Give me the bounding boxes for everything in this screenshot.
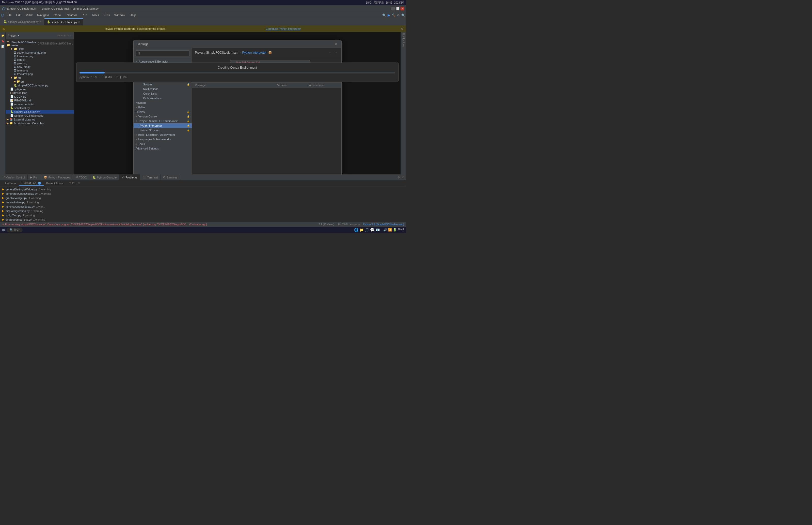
panel-close-icon[interactable]: ✕	[402, 176, 404, 179]
settings-search-input[interactable]	[136, 50, 190, 56]
tree-file-custcmd[interactable]: 🖼 customCommands.png	[5, 51, 74, 55]
subtab-problems[interactable]: Problems	[2, 181, 19, 185]
settings-item-languages[interactable]: ▶ Languages & Frameworks	[134, 137, 192, 141]
problem-item[interactable]: ▶ mainWindow.py 1 warning	[1, 200, 405, 205]
problem-item[interactable]: ▶ scriptTest.py 1 warning	[1, 213, 405, 217]
tab-close-studio[interactable]: ✕	[78, 20, 80, 24]
tree-file-newgif[interactable]: 🖼 new_gif.gif	[5, 65, 74, 69]
taskbar-app4[interactable]: 💬	[370, 228, 374, 232]
settings-item-notifications[interactable]: Notifications	[134, 87, 192, 91]
tree-file-requirements[interactable]: 📄 requirements.txt	[5, 102, 74, 106]
python-version[interactable]: Python 3.9 (SimpleFOCStudio-main)	[363, 223, 404, 226]
sort-problems-icon[interactable]: ↕	[75, 182, 77, 185]
settings-item-project[interactable]: ▼ Project: SimpleFOCStudio-main 🔒	[134, 119, 192, 123]
sort-icon[interactable]: ≡	[61, 34, 62, 37]
settings-item-python-interpreter[interactable]: Python Interpreter 🔒	[134, 123, 192, 128]
tree-file-device[interactable]: { } device.json	[5, 91, 74, 94]
tree-file-scripttest[interactable]: 🐍 scriptTest.py	[5, 106, 74, 110]
menu-help[interactable]: Help	[128, 13, 138, 17]
settings-icon[interactable]: ⚙	[397, 14, 400, 17]
expand-tree-icon[interactable]: ⊞	[69, 181, 71, 185]
taskbar-app3[interactable]: 🎵	[365, 228, 369, 232]
project-chevron[interactable]: ▾	[18, 34, 19, 37]
menu-file[interactable]: File	[4, 13, 14, 17]
settings-item-path-variables[interactable]: Path Variables	[134, 96, 192, 101]
tab-services[interactable]: ⚙ Services	[160, 175, 180, 180]
project-icon[interactable]: 📁	[0, 33, 5, 38]
menu-window[interactable]: Window	[112, 13, 127, 17]
bookmarks-icon[interactable]: 🔖	[0, 39, 5, 43]
close-panel-icon[interactable]: ✕	[70, 34, 72, 37]
menu-view[interactable]: View	[24, 13, 34, 17]
minimize-button[interactable]: —	[391, 7, 395, 11]
settings-item-build[interactable]: ▶ Build, Execution, Deployment	[134, 133, 192, 137]
tab-run[interactable]: ▶ Run	[28, 175, 41, 180]
search-box[interactable]: 🔍 搜索	[6, 227, 22, 232]
settings-item-plugins[interactable]: Plugins 🔒	[134, 109, 192, 114]
tab-close-connector[interactable]: ✕	[40, 20, 42, 23]
structure-icon[interactable]: 📊	[0, 44, 5, 49]
filter-problems-icon[interactable]: ▽	[78, 181, 80, 185]
settings-item-editor[interactable]: ▶ Editor	[134, 105, 192, 109]
problem-item[interactable]: ▶ generatedCodeDisplay.py 1 warning	[1, 192, 405, 196]
tab-problems[interactable]: ⚠ Problems	[119, 175, 140, 180]
tree-root[interactable]: ▼ 📁 SimpleFOCStudio-main D:\XTS\2023\Sim…	[5, 40, 74, 47]
tree-folder-src[interactable]: ▼ 📁 src	[5, 76, 74, 79]
notif-settings-icon[interactable]: ⚙	[401, 27, 404, 30]
tree-file-term[interactable]: 🖼 term.png	[5, 69, 74, 72]
tab-terminal[interactable]: ⬛ Terminal	[140, 175, 161, 180]
settings-item-keymap[interactable]: Keymap	[134, 101, 192, 105]
settings-item-project-structure[interactable]: Project Structure 🔒	[134, 128, 192, 133]
search-everywhere-icon[interactable]: 🔍	[382, 14, 386, 17]
tab-simplefocstudio[interactable]: 🐍 simpleFOCStudio.py ✕	[44, 18, 83, 25]
settings-gear-icon[interactable]: ⚙	[66, 34, 69, 37]
tab-python-packages[interactable]: 📦 Python Packages	[41, 175, 73, 180]
notifications-icon[interactable]: Notifications	[402, 33, 405, 47]
problem-item[interactable]: ▶ graphicWidget.py 1 warning	[1, 196, 405, 200]
sync-icon[interactable]: ⚙	[58, 34, 60, 37]
tree-file-gen-gif[interactable]: 🖼 gen.gif	[5, 58, 74, 61]
settings-item-version-control[interactable]: ▶ Version Control 🔒	[134, 114, 192, 119]
problem-item[interactable]: ▶ pidConfiguration.py 1 warning	[1, 209, 405, 213]
run-button[interactable]: ▶	[388, 13, 390, 17]
maximize-button[interactable]: ⬜	[396, 7, 400, 11]
menu-tools[interactable]: Tools	[90, 13, 101, 17]
expand-icon[interactable]: ⊞	[63, 34, 65, 37]
collapse-tree-icon[interactable]: ⊟	[72, 181, 74, 185]
configure-interpreter-link[interactable]: Configure Python interpreter	[266, 27, 301, 30]
tree-folder-doc[interactable]: ▼ 📁 DOC	[5, 47, 74, 51]
subtab-project-errors[interactable]: Project Errors	[44, 181, 66, 185]
tab-version-control[interactable]: ⇄ Version Control	[0, 175, 28, 180]
settings-item-tools[interactable]: ▶ Tools	[134, 141, 192, 146]
close-button[interactable]: ✕	[401, 7, 404, 11]
menu-navigate[interactable]: Navigate	[35, 13, 51, 17]
problem-item[interactable]: ▶ sharedcomponets.py 1 warning	[1, 217, 405, 222]
tree-external-libs[interactable]: ▶ 📚 External Libraries	[5, 118, 74, 121]
tree-file-connector-py[interactable]: 🐍 simpleFOCConnector.py	[5, 84, 74, 87]
windows-icon[interactable]: ⊞	[2, 228, 5, 232]
tree-folder-gui[interactable]: ▶ 📁 gui	[5, 79, 74, 84]
menu-refactor[interactable]: Refactor	[63, 13, 79, 17]
menu-vcs[interactable]: VCS	[102, 13, 112, 17]
search-icon[interactable]: 🔍	[401, 14, 405, 17]
tree-file-studio[interactable]: 🐍 simpleFOCStudio.py	[5, 110, 74, 114]
problem-item[interactable]: ▶ generalSettingsWidget.py 1 warning	[1, 187, 405, 192]
menu-run[interactable]: Run	[79, 13, 89, 17]
build-button[interactable]: 🔨	[392, 14, 395, 17]
tree-file-gen-png[interactable]: 🖼 gen.png	[5, 61, 74, 65]
taskbar-app5[interactable]: 📧	[375, 228, 380, 232]
tree-file-spec[interactable]: 📄 SimpleFOCStudio.spec	[5, 114, 74, 118]
tree-file-readme[interactable]: 📝 README.md	[5, 99, 74, 102]
tree-scratches[interactable]: ▶ 📁 Scratches and Consoles	[5, 121, 74, 125]
settings-item-quick-lists[interactable]: Quick Lists	[134, 91, 192, 96]
tab-simplefocconnector[interactable]: 🐍 simpleFOCConnector.py ✕	[1, 18, 44, 25]
taskbar-app2[interactable]: 📁	[359, 228, 364, 232]
nav-forward-button[interactable]: →	[334, 50, 338, 55]
nav-back-button[interactable]: ←	[328, 50, 333, 55]
tree-file-formview[interactable]: 🖼 formview.png	[5, 55, 74, 58]
window-controls[interactable]: — ⬜ ✕	[391, 7, 404, 11]
menu-edit[interactable]: Edit	[14, 13, 24, 17]
dialog-close-button[interactable]: ✕	[334, 42, 338, 46]
menu-code[interactable]: Code	[51, 13, 63, 17]
tab-todo[interactable]: ☑ TODO	[73, 175, 90, 180]
